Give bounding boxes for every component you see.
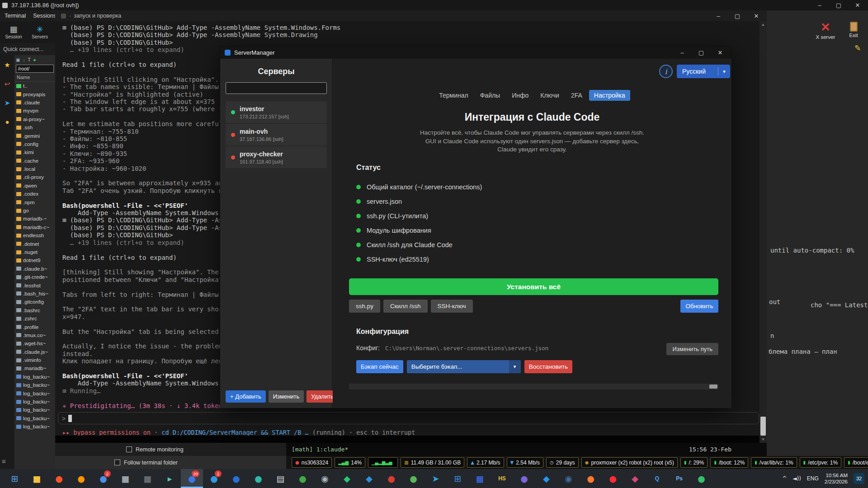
file-tree-item[interactable]: mariadb-~ <box>14 215 55 223</box>
server-list-item[interactable]: proxy-checker 161.97.118.40 [ssh] <box>226 146 327 168</box>
file-tree-item[interactable]: dotnet9 <box>14 256 55 264</box>
horizontal-scrollbar[interactable] <box>349 384 718 389</box>
scroll-down-arrow[interactable]: ▼ <box>760 436 767 443</box>
file-tree-item[interactable]: .local <box>14 165 55 173</box>
file-tree-item[interactable]: .dotnet <box>14 239 55 248</box>
file-tree-item[interactable]: .tmux.co~ <box>14 331 55 339</box>
scrollbar-thumb[interactable] <box>760 417 766 436</box>
file-tree-item[interactable]: .cli-proxy <box>14 173 55 181</box>
taskbar-icon[interactable]: Q <box>646 469 668 488</box>
taskbar-icon[interactable]: ■ <box>114 469 137 488</box>
close-button[interactable]: ✕ <box>711 47 730 59</box>
taskbar-icon[interactable]: ▤ <box>269 469 292 488</box>
hamburger-menu-icon[interactable]: ≡ <box>2 457 6 465</box>
scroll-up-arrow[interactable]: ▲ <box>760 21 767 28</box>
terminal-prompt-input[interactable]: > <box>58 412 759 424</box>
file-tree-item[interactable]: .bashrc <box>14 306 55 314</box>
taskbar-icon[interactable]: ● <box>292 469 314 488</box>
toolbar-item[interactable]: ▦ Session <box>2 23 25 42</box>
maximize-button[interactable]: ▢ <box>829 0 848 10</box>
section-tab[interactable]: Настройка <box>589 90 630 101</box>
taskbar-icon[interactable]: ⊞ <box>4 469 26 488</box>
component-install-button[interactable]: Скилл /ssh <box>383 300 427 313</box>
side-strip-icon[interactable]: ➤ <box>5 99 10 107</box>
file-tree-item[interactable]: .ssh <box>14 123 55 131</box>
maximize-button[interactable]: ▢ <box>692 47 711 59</box>
menu-item[interactable]: Sessions <box>33 13 56 19</box>
taskbar-icon[interactable]: ● 2 <box>203 469 225 488</box>
file-tree-item[interactable]: .claude <box>14 99 55 107</box>
taskbar-icon[interactable]: ● <box>513 469 535 488</box>
server-list-item[interactable]: main-ovh 37.187.136.86 [ssh] <box>226 124 327 145</box>
file-tree-item[interactable]: mariadb-c~ <box>14 223 55 231</box>
volume-icon[interactable]: ◄)) <box>793 475 801 482</box>
file-tree-item[interactable]: t.. <box>14 82 55 90</box>
menu-item[interactable]: Terminal <box>5 13 26 19</box>
file-tree-item[interactable]: .codex <box>14 190 55 198</box>
taskbar-icon[interactable]: ● <box>602 469 624 488</box>
file-tree-item[interactable]: go <box>14 206 55 215</box>
tree-toolbar-icon[interactable]: T <box>28 57 30 62</box>
taskbar-clock[interactable]: 10:56 AM 2/23/2026 <box>825 472 848 485</box>
file-tree-item[interactable]: myvpn <box>14 107 55 115</box>
quick-connect-field[interactable]: Quick connect... <box>0 43 55 55</box>
tree-column-header[interactable]: Name <box>14 73 55 82</box>
taskbar-icon[interactable]: ● <box>380 469 402 488</box>
close-button[interactable]: ✕ <box>848 0 867 10</box>
taskbar-icon[interactable]: ➤ <box>425 469 447 488</box>
info-button[interactable]: i <box>659 65 673 78</box>
file-tree-item[interactable]: log_backu~ <box>14 414 55 422</box>
taskbar-icon[interactable]: ◆ <box>624 469 646 488</box>
taskbar-icon[interactable]: ◆ <box>358 469 380 488</box>
notification-center-badge[interactable]: 32 <box>854 473 864 484</box>
file-tree-item[interactable]: .config <box>14 140 55 148</box>
maximize-button[interactable]: ▢ <box>728 10 747 21</box>
exit-desktop-icon[interactable]: Exit <box>844 22 863 38</box>
side-strip-icon[interactable]: ↩ <box>5 80 10 88</box>
file-tree-item[interactable]: .kimi <box>14 148 55 156</box>
taskbar-icon[interactable]: Ps <box>668 469 690 488</box>
file-tree-item[interactable]: .npm <box>14 198 55 206</box>
section-tab[interactable]: Файлы <box>475 90 505 101</box>
section-tab[interactable]: Инфо <box>507 90 533 101</box>
file-tree-item[interactable]: .claude.b~ <box>14 265 55 273</box>
xserver-desktop-icon[interactable]: ✕ X server <box>814 21 837 40</box>
file-tree-item[interactable]: .mariadb~ <box>14 364 55 372</box>
terminal-tab-title[interactable]: запуск и проверка <box>74 13 121 19</box>
server-search-input[interactable] <box>226 82 327 94</box>
servermanager-titlebar[interactable]: ServerManager – ▢ ✕ <box>220 47 731 59</box>
follow-terminal-option[interactable]: Follow terminal folder <box>114 460 178 466</box>
checkbox[interactable] <box>114 460 120 465</box>
tree-toolbar-icon[interactable]: ↓ <box>23 57 25 62</box>
file-tree-item[interactable]: .zshrc <box>14 314 55 323</box>
pencil-icon[interactable]: ✎ <box>854 43 861 53</box>
file-tree-item[interactable]: proxyapis <box>14 90 55 98</box>
file-tree-item[interactable]: .bash_his~ <box>14 290 55 298</box>
backup-select[interactable]: Выберите бэкап... ▾ <box>407 360 521 373</box>
file-tree-item[interactable]: .gemini <box>14 131 55 140</box>
taskbar-icon[interactable]: ● <box>247 469 269 488</box>
tray-expand-icon[interactable]: ^ <box>782 475 787 482</box>
path-input[interactable]: /root/ <box>16 65 54 73</box>
taskbar-icon[interactable]: ● <box>225 469 247 488</box>
file-tree-item[interactable]: .git-crede~ <box>14 273 55 281</box>
taskbar-icon[interactable]: ■ <box>469 469 491 488</box>
install-all-button[interactable]: Установить всё <box>349 278 718 295</box>
file-tree-item[interactable]: log_backu~ <box>14 398 55 406</box>
section-tab[interactable]: Терминал <box>434 90 473 101</box>
tree-toolbar-icon[interactable]: ▣ <box>16 57 20 62</box>
minimize-button[interactable]: – <box>709 10 728 21</box>
change-path-button[interactable]: Изменить путь <box>666 343 718 355</box>
file-tree-item[interactable]: log_backu~ <box>14 373 55 381</box>
edit-server-button[interactable]: Изменить <box>269 390 304 403</box>
taskbar-icon[interactable]: ● 2 <box>92 469 114 488</box>
taskbar-icon[interactable]: ⊞ <box>447 469 469 488</box>
toolbar-item[interactable]: ✳ Servers <box>28 23 51 42</box>
file-tree-item[interactable]: .wget-hs~ <box>14 339 55 347</box>
file-tree-item[interactable]: .nuget <box>14 248 55 256</box>
minimize-button[interactable]: – <box>810 0 829 10</box>
taskbar-icon[interactable]: ■ <box>26 469 48 488</box>
minimize-button[interactable]: – <box>673 47 692 59</box>
remote-monitoring-option[interactable]: Remote monitoring <box>126 446 184 453</box>
scrollbar-thumb[interactable] <box>709 385 717 389</box>
